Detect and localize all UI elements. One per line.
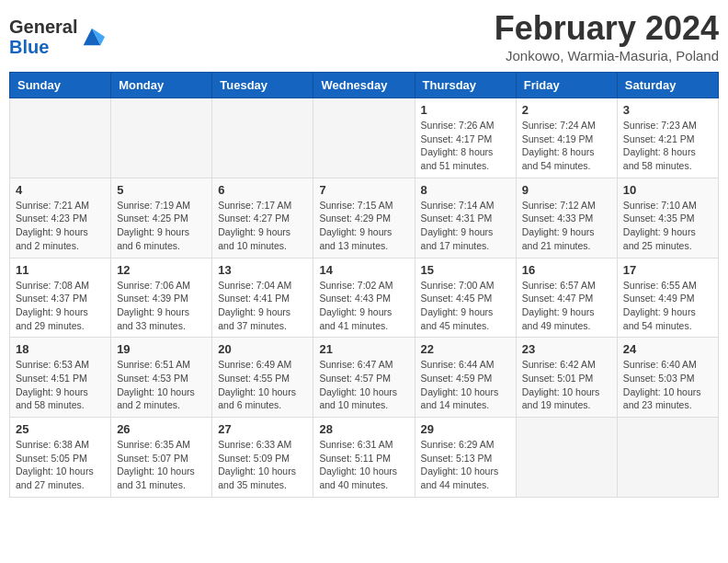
day-info: Sunrise: 7:10 AMSunset: 4:35 PMDaylight:… [623, 199, 712, 253]
day-info: Sunrise: 7:17 AMSunset: 4:27 PMDaylight:… [218, 199, 307, 253]
calendar-cell [212, 98, 313, 178]
calendar-cell: 8Sunrise: 7:14 AMSunset: 4:31 PMDaylight… [415, 178, 516, 258]
day-number: 7 [319, 183, 408, 197]
day-number: 8 [421, 183, 510, 197]
logo-icon [79, 24, 105, 50]
calendar-cell: 13Sunrise: 7:04 AMSunset: 4:41 PMDayligh… [212, 258, 313, 338]
calendar-cell: 17Sunrise: 6:55 AMSunset: 4:49 PMDayligh… [617, 258, 718, 338]
calendar-cell: 25Sunrise: 6:38 AMSunset: 5:05 PMDayligh… [10, 418, 111, 498]
day-info: Sunrise: 6:57 AMSunset: 4:47 PMDaylight:… [522, 279, 611, 333]
calendar-cell: 22Sunrise: 6:44 AMSunset: 4:59 PMDayligh… [415, 338, 516, 418]
day-info: Sunrise: 6:29 AMSunset: 5:13 PMDaylight:… [421, 438, 510, 492]
day-info: Sunrise: 6:51 AMSunset: 4:53 PMDaylight:… [117, 358, 206, 412]
calendar-cell [516, 418, 617, 498]
calendar-cell: 10Sunrise: 7:10 AMSunset: 4:35 PMDayligh… [617, 178, 718, 258]
calendar-table: SundayMondayTuesdayWednesdayThursdayFrid… [9, 72, 719, 498]
day-number: 4 [16, 183, 105, 197]
calendar-cell: 15Sunrise: 7:00 AMSunset: 4:45 PMDayligh… [415, 258, 516, 338]
calendar-cell: 26Sunrise: 6:35 AMSunset: 5:07 PMDayligh… [111, 418, 212, 498]
day-number: 18 [16, 342, 105, 356]
day-number: 27 [218, 422, 307, 436]
calendar-cell: 4Sunrise: 7:21 AMSunset: 4:23 PMDaylight… [10, 178, 111, 258]
title-block: February 2024 Jonkowo, Warmia-Masuria, P… [495, 9, 719, 63]
calendar-cell [10, 98, 111, 178]
logo-blue: Blue [9, 37, 49, 57]
day-number: 2 [522, 103, 611, 117]
day-number: 26 [117, 422, 206, 436]
day-of-week-header: Wednesday [313, 73, 415, 98]
day-of-week-header: Sunday [10, 73, 111, 98]
calendar-cell: 1Sunrise: 7:26 AMSunset: 4:17 PMDaylight… [415, 98, 516, 178]
day-of-week-header: Saturday [617, 73, 718, 98]
calendar-cell: 18Sunrise: 6:53 AMSunset: 4:51 PMDayligh… [10, 338, 111, 418]
calendar-cell: 19Sunrise: 6:51 AMSunset: 4:53 PMDayligh… [111, 338, 212, 418]
calendar-cell: 23Sunrise: 6:42 AMSunset: 5:01 PMDayligh… [516, 338, 617, 418]
calendar-cell: 24Sunrise: 6:40 AMSunset: 5:03 PMDayligh… [617, 338, 718, 418]
page-header: General Blue February 2024 Jonkowo, Warm… [9, 9, 719, 64]
day-number: 20 [218, 342, 307, 356]
calendar-cell: 27Sunrise: 6:33 AMSunset: 5:09 PMDayligh… [212, 418, 313, 498]
day-number: 21 [319, 342, 408, 356]
day-number: 11 [16, 263, 105, 277]
day-info: Sunrise: 7:00 AMSunset: 4:45 PMDaylight:… [421, 279, 510, 333]
calendar-cell: 29Sunrise: 6:29 AMSunset: 5:13 PMDayligh… [415, 418, 516, 498]
month-year-title: February 2024 [495, 9, 719, 48]
calendar-week-row: 4Sunrise: 7:21 AMSunset: 4:23 PMDaylight… [10, 178, 719, 258]
day-info: Sunrise: 7:23 AMSunset: 4:21 PMDaylight:… [623, 119, 712, 173]
day-info: Sunrise: 6:47 AMSunset: 4:57 PMDaylight:… [319, 358, 408, 412]
day-info: Sunrise: 7:21 AMSunset: 4:23 PMDaylight:… [16, 199, 105, 253]
calendar-cell: 12Sunrise: 7:06 AMSunset: 4:39 PMDayligh… [111, 258, 212, 338]
day-info: Sunrise: 6:53 AMSunset: 4:51 PMDaylight:… [16, 358, 105, 412]
day-info: Sunrise: 7:06 AMSunset: 4:39 PMDaylight:… [117, 279, 206, 333]
day-info: Sunrise: 6:42 AMSunset: 5:01 PMDaylight:… [522, 358, 611, 412]
day-info: Sunrise: 7:04 AMSunset: 4:41 PMDaylight:… [218, 279, 307, 333]
day-info: Sunrise: 6:31 AMSunset: 5:11 PMDaylight:… [319, 438, 408, 492]
calendar-cell: 3Sunrise: 7:23 AMSunset: 4:21 PMDaylight… [617, 98, 718, 178]
logo: General Blue [9, 9, 105, 64]
calendar-week-row: 11Sunrise: 7:08 AMSunset: 4:37 PMDayligh… [10, 258, 719, 338]
day-info: Sunrise: 7:14 AMSunset: 4:31 PMDaylight:… [421, 199, 510, 253]
day-of-week-header: Tuesday [212, 73, 313, 98]
calendar-cell: 28Sunrise: 6:31 AMSunset: 5:11 PMDayligh… [313, 418, 415, 498]
day-info: Sunrise: 6:40 AMSunset: 5:03 PMDaylight:… [623, 358, 712, 412]
day-info: Sunrise: 6:44 AMSunset: 4:59 PMDaylight:… [421, 358, 510, 412]
calendar-cell: 7Sunrise: 7:15 AMSunset: 4:29 PMDaylight… [313, 178, 415, 258]
day-info: Sunrise: 7:15 AMSunset: 4:29 PMDaylight:… [319, 199, 408, 253]
day-number: 17 [623, 263, 712, 277]
logo-general: General [9, 17, 77, 37]
day-number: 1 [421, 103, 510, 117]
day-info: Sunrise: 7:08 AMSunset: 4:37 PMDaylight:… [16, 279, 105, 333]
day-info: Sunrise: 6:33 AMSunset: 5:09 PMDaylight:… [218, 438, 307, 492]
day-number: 5 [117, 183, 206, 197]
calendar-cell: 16Sunrise: 6:57 AMSunset: 4:47 PMDayligh… [516, 258, 617, 338]
calendar-cell: 20Sunrise: 6:49 AMSunset: 4:55 PMDayligh… [212, 338, 313, 418]
day-number: 12 [117, 263, 206, 277]
day-number: 23 [522, 342, 611, 356]
day-of-week-header: Thursday [415, 73, 516, 98]
day-number: 15 [421, 263, 510, 277]
day-info: Sunrise: 7:12 AMSunset: 4:33 PMDaylight:… [522, 199, 611, 253]
day-number: 29 [421, 422, 510, 436]
day-number: 19 [117, 342, 206, 356]
day-number: 25 [16, 422, 105, 436]
day-number: 10 [623, 183, 712, 197]
calendar-cell: 11Sunrise: 7:08 AMSunset: 4:37 PMDayligh… [10, 258, 111, 338]
day-number: 14 [319, 263, 408, 277]
day-of-week-header: Monday [111, 73, 212, 98]
calendar-cell [617, 418, 718, 498]
day-info: Sunrise: 7:19 AMSunset: 4:25 PMDaylight:… [117, 199, 206, 253]
day-info: Sunrise: 6:49 AMSunset: 4:55 PMDaylight:… [218, 358, 307, 412]
day-number: 13 [218, 263, 307, 277]
calendar-cell: 2Sunrise: 7:24 AMSunset: 4:19 PMDaylight… [516, 98, 617, 178]
calendar-week-row: 1Sunrise: 7:26 AMSunset: 4:17 PMDaylight… [10, 98, 719, 178]
calendar-cell: 6Sunrise: 7:17 AMSunset: 4:27 PMDaylight… [212, 178, 313, 258]
day-number: 6 [218, 183, 307, 197]
day-info: Sunrise: 7:24 AMSunset: 4:19 PMDaylight:… [522, 119, 611, 173]
calendar-cell: 5Sunrise: 7:19 AMSunset: 4:25 PMDaylight… [111, 178, 212, 258]
day-number: 22 [421, 342, 510, 356]
location-subtitle: Jonkowo, Warmia-Masuria, Poland [495, 48, 719, 63]
day-info: Sunrise: 6:35 AMSunset: 5:07 PMDaylight:… [117, 438, 206, 492]
calendar-cell [111, 98, 212, 178]
day-number: 16 [522, 263, 611, 277]
day-number: 24 [623, 342, 712, 356]
